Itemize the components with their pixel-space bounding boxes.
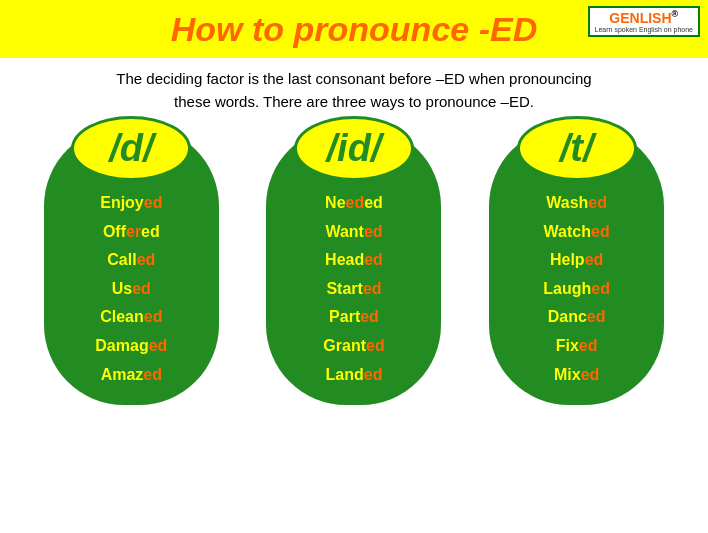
word-offered: Offered: [103, 219, 160, 245]
word-cleaned: Cleaned: [100, 304, 162, 330]
word-mixed: Mixed: [554, 362, 599, 388]
column-d: /d/ Enjoyed Offered Called Used Cleaned …: [34, 126, 229, 405]
word-damaged: Damaged: [95, 333, 167, 359]
description-line1: The deciding factor is the last consonan…: [116, 70, 591, 87]
logo-box: GENLISH® Learn spoken English on phone: [588, 6, 700, 37]
columns-area: /d/ Enjoyed Offered Called Used Cleaned …: [0, 126, 708, 405]
word-granted: Granted: [323, 333, 384, 359]
word-fixed: Fixed: [556, 333, 598, 359]
pill-label-t: /t/: [560, 127, 594, 170]
pill-words-id: Needed Wanted Headed Started Parted Gran…: [266, 190, 441, 387]
word-started: Started: [326, 276, 381, 302]
word-washed: Washed: [546, 190, 607, 216]
pill-label-id: /id/: [327, 127, 382, 170]
word-watched: Watched: [544, 219, 610, 245]
pill-words-t: Washed Watched Helped Laughed Danced Fix…: [489, 190, 664, 387]
pill-words-d: Enjoyed Offered Called Used Cleaned Dama…: [44, 190, 219, 387]
pill-id: /id/ Needed Wanted Headed Started Parted…: [266, 126, 441, 405]
word-landed: Landed: [326, 362, 383, 388]
description: The deciding factor is the last consonan…: [0, 58, 708, 121]
word-headed: Headed: [325, 247, 383, 273]
word-wanted: Wanted: [325, 219, 382, 245]
word-called: Called: [107, 247, 155, 273]
word-laughed: Laughed: [543, 276, 610, 302]
word-parted: Parted: [329, 304, 379, 330]
pill-label-d: /d/: [109, 127, 153, 170]
pill-header-d: /d/: [71, 116, 191, 181]
logo-gen: GEN: [609, 10, 639, 26]
word-helped: Helped: [550, 247, 603, 273]
column-id: /id/ Needed Wanted Headed Started Parted…: [256, 126, 451, 405]
page-wrapper: How to pronounce -ED GENLISH® Learn spok…: [0, 0, 708, 533]
word-enjoyed: Enjoyed: [100, 190, 162, 216]
word-used: Used: [112, 276, 151, 302]
pill-header-t: /t/: [517, 116, 637, 181]
logo-subtext: Learn spoken English on phone: [595, 26, 693, 33]
logo-lish: LISH: [640, 10, 672, 26]
description-line2: these words. There are three ways to pro…: [174, 93, 534, 110]
word-amazed: Amazed: [101, 362, 162, 388]
pill-d: /d/ Enjoyed Offered Called Used Cleaned …: [44, 126, 219, 405]
word-needed: Needed: [325, 190, 383, 216]
word-danced: Danced: [548, 304, 606, 330]
column-t: /t/ Washed Watched Helped Laughed Danced…: [479, 126, 674, 405]
pill-header-id: /id/: [294, 116, 414, 181]
main-title: How to pronounce -ED: [171, 10, 537, 49]
logo-text: GENLISH®: [609, 10, 678, 26]
pill-t: /t/ Washed Watched Helped Laughed Danced…: [489, 126, 664, 405]
top-bar: How to pronounce -ED GENLISH® Learn spok…: [0, 0, 708, 58]
